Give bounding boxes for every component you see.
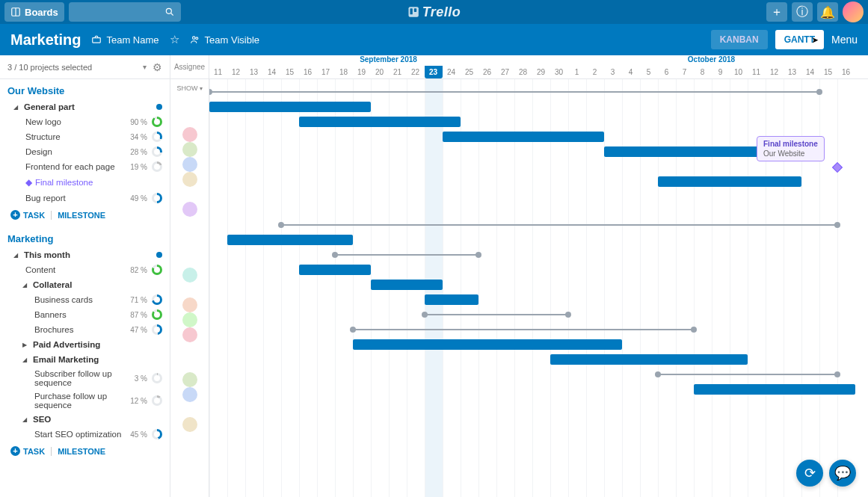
gantt-day-cell[interactable]: 10 (730, 66, 748, 78)
gantt-day-cell[interactable]: 12 (766, 66, 784, 78)
gantt-bar[interactable] (299, 265, 371, 275)
assignee-avatar[interactable] (182, 172, 197, 187)
assignee-show-toggle[interactable]: SHOW ▾ (170, 79, 209, 97)
gantt-day-cell[interactable]: 2 (586, 66, 604, 78)
task-row[interactable]: New logo90 % (0, 114, 170, 129)
info-button[interactable]: ⓘ (792, 2, 813, 22)
subgroup-row[interactable]: ◢SEO (0, 412, 170, 427)
task-row[interactable]: Business cards71 % (0, 292, 170, 307)
gantt-day-cell[interactable]: 14 (263, 66, 281, 78)
assignee-avatar[interactable] (182, 417, 197, 432)
visibility-button[interactable]: Team Visible (190, 34, 259, 46)
gantt-day-cell[interactable]: 13 (245, 66, 263, 78)
gantt-day-cell[interactable]: 16 (299, 66, 317, 78)
gantt-day-cell[interactable]: 23 (425, 66, 443, 78)
assignee-avatar[interactable] (182, 268, 197, 283)
gantt-bar[interactable] (371, 280, 443, 290)
subgroup-row[interactable]: ◢Collateral (0, 277, 170, 292)
gantt-bar[interactable] (443, 132, 604, 142)
board-menu-button[interactable]: Menu (831, 34, 858, 46)
gantt-day-cell[interactable]: 6 (658, 66, 676, 78)
gantt-group-span[interactable] (425, 314, 568, 315)
assignee-avatar[interactable] (182, 142, 197, 157)
gantt-day-cell[interactable]: 26 (478, 66, 496, 78)
refresh-fab[interactable]: ⟳ (796, 460, 823, 487)
boards-button[interactable]: Boards (4, 2, 64, 22)
gantt-bar[interactable] (299, 117, 461, 127)
assignee-avatar[interactable] (182, 127, 197, 142)
gantt-group-span[interactable] (335, 254, 478, 256)
gantt-bar[interactable] (694, 384, 855, 395)
task-row[interactable]: Brochures47 % (0, 322, 170, 337)
group-row[interactable]: ◢General part (0, 99, 170, 114)
gantt-day-cell[interactable]: 13 (784, 66, 801, 78)
gantt-day-cell[interactable]: 17 (317, 66, 335, 78)
gantt-day-cell[interactable]: 21 (389, 66, 407, 78)
milestone-row[interactable]: ◆Final milestone (0, 174, 170, 191)
gantt-day-cell[interactable]: 19 (353, 66, 371, 78)
subgroup-row[interactable]: ◢Email Marketing (0, 352, 170, 367)
gantt-day-cell[interactable]: 8 (694, 66, 712, 78)
gantt-day-cell[interactable]: 1 (568, 66, 586, 78)
gantt-day-cell[interactable]: 14 (801, 66, 819, 78)
section-header[interactable]: Marketing (0, 227, 170, 247)
gantt-day-cell[interactable]: 15 (819, 66, 837, 78)
gantt-day-cell[interactable]: 30 (550, 66, 568, 78)
gantt-group-span[interactable] (353, 329, 694, 330)
assignee-avatar[interactable] (182, 157, 197, 172)
gantt-day-cell[interactable]: 24 (443, 66, 461, 78)
gantt-bar[interactable] (227, 235, 353, 245)
gantt-day-cell[interactable]: 20 (371, 66, 389, 78)
task-row[interactable]: Frontend for each page19 % (0, 159, 170, 174)
task-row[interactable]: Design28 % (0, 144, 170, 159)
gantt-group-span[interactable] (209, 91, 819, 93)
task-row[interactable]: Start SEO optimization45 % (0, 427, 170, 442)
add-milestone-button[interactable]: MILESTONE (58, 447, 105, 456)
gantt-day-cell[interactable]: 9 (712, 66, 730, 78)
view-gantt-button[interactable]: GANTT ➤ (775, 30, 824, 49)
gantt-day-cell[interactable]: 16 (837, 66, 855, 78)
gantt-day-cell[interactable]: 25 (461, 66, 478, 78)
gantt-bar[interactable] (604, 146, 766, 157)
user-avatar[interactable] (843, 1, 864, 22)
notifications-button[interactable]: 🔔 (817, 2, 838, 22)
gantt-day-cell[interactable]: 11 (748, 66, 766, 78)
gantt-day-cell[interactable]: 29 (532, 66, 550, 78)
gantt-day-cell[interactable]: 3 (604, 66, 622, 78)
gantt-day-cell[interactable]: 7 (676, 66, 694, 78)
projects-selector[interactable]: 3 / 10 projects selected (7, 63, 137, 72)
gantt-day-cell[interactable]: 5 (640, 66, 658, 78)
gantt-day-cell[interactable]: 18 (335, 66, 353, 78)
task-row[interactable]: Bug report49 % (0, 191, 170, 206)
gantt-bar[interactable] (658, 176, 801, 187)
gantt-bar[interactable] (550, 354, 748, 365)
search-input[interactable] (69, 2, 181, 22)
assignee-avatar[interactable] (182, 297, 197, 312)
add-button[interactable]: ＋ (766, 2, 787, 22)
assignee-avatar[interactable] (182, 312, 197, 327)
gantt-day-cell[interactable]: 15 (281, 66, 299, 78)
add-milestone-button[interactable]: MILESTONE (58, 211, 105, 220)
task-row[interactable]: Structure34 % (0, 129, 170, 144)
task-row[interactable]: Content82 % (0, 262, 170, 277)
add-task-button[interactable]: +TASK (10, 210, 45, 220)
gantt-group-span[interactable] (281, 224, 837, 226)
gantt-day-cell[interactable]: 22 (407, 66, 425, 78)
group-row[interactable]: ◢This month (0, 247, 170, 262)
gantt-day-cell[interactable]: 28 (514, 66, 532, 78)
gantt-bar[interactable] (209, 102, 371, 112)
section-header[interactable]: Our Website (0, 79, 170, 99)
subgroup-row[interactable]: ▶Paid Advertising (0, 337, 170, 352)
board-title[interactable]: Marketing (10, 31, 81, 49)
star-button[interactable]: ☆ (170, 33, 179, 46)
gantt-group-span[interactable] (658, 374, 837, 375)
add-task-button[interactable]: +TASK (10, 446, 45, 456)
settings-button[interactable]: ⚙ (153, 61, 162, 73)
assignee-avatar[interactable] (182, 202, 197, 217)
task-row[interactable]: Banners87 % (0, 307, 170, 322)
gantt-day-cell[interactable]: 27 (496, 66, 514, 78)
view-kanban-button[interactable]: KANBAN (711, 30, 768, 49)
gantt-day-cell[interactable]: 4 (622, 66, 640, 78)
assignee-avatar[interactable] (182, 387, 197, 402)
gantt-bar[interactable] (425, 294, 478, 305)
